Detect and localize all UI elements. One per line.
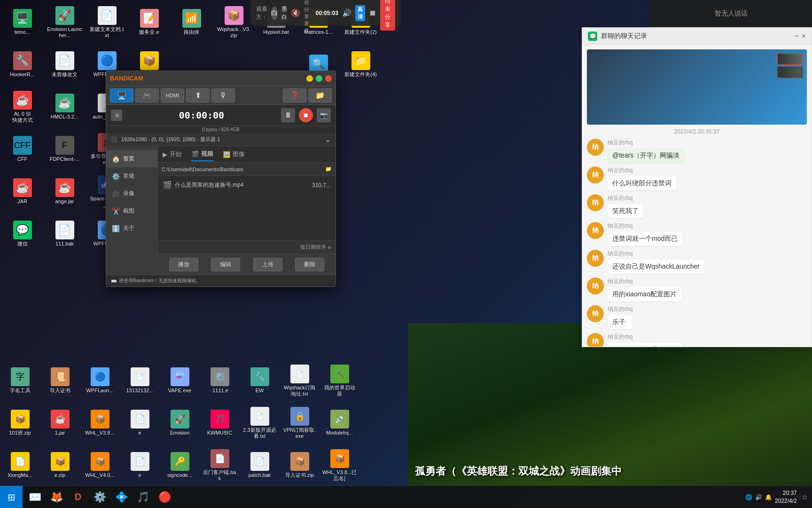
di-envision[interactable]: 🚀Envision [160, 403, 200, 443]
sort-icon: ≡ [328, 245, 331, 250]
di-patch-bak[interactable]: 📄patch.bak [240, 445, 280, 485]
desktop-icon-111-bak[interactable]: 📄 111.bak [45, 214, 85, 254]
taskbar-notification-icon[interactable]: 🔔 [765, 494, 772, 500]
chat-msg-content-8: 纳豆的rbq 你还能盒子内置小号机 [608, 333, 683, 347]
di-whl-v38[interactable]: 📦WHL_V3.8... [80, 403, 120, 443]
chat-avatar-2: 纳 [587, 167, 604, 183]
di-whl-v40[interactable]: 📦WHL_V4.0... [80, 445, 120, 485]
bandicam-file-item[interactable]: 🎬 什么是黑客的急速换号.mp4 310.7... [158, 178, 336, 192]
bandicam-sidebar-general[interactable]: ⚙️ 常规 [106, 167, 157, 185]
bandicam-tab-video[interactable]: 🎬 视频 [191, 147, 213, 161]
taskbar-network-icon[interactable]: 💠 [111, 487, 132, 508]
bandicam-sidebar-screenshot[interactable]: ✂️ 截图 [106, 202, 157, 220]
di-whl-v38-2[interactable]: 📦WHL_V3.8...已忘名] [320, 445, 359, 485]
di-minecraft-launcher[interactable]: ⛏️我的世界启动器 [320, 361, 359, 401]
bandicam-screenshot-btn[interactable]: 📷 [317, 108, 331, 122]
desktop-icon-fdpclient[interactable]: F FDPClient-... [45, 129, 85, 169]
desktop-icon-router[interactable]: 📶 路由侠 [172, 2, 211, 42]
di-101-zip[interactable]: 📦101班.zip [0, 403, 40, 443]
chat-minimize-btn[interactable]: − [794, 32, 798, 40]
desktop-icon-hmcl3[interactable]: ☕ HMCL-3.2... [45, 87, 85, 127]
bandicam-actions: 播放 编辑 上传 删除 [158, 254, 336, 275]
bandicam-toolbar-webcam-btn[interactable]: ⬆ [186, 88, 210, 103]
desktop-icon-cut-file[interactable]: 📄 未剪修改文 [45, 45, 85, 85]
stop-share-icon-btn[interactable]: ⏹ [369, 9, 376, 17]
di-1jar[interactable]: ☕1.jar [40, 403, 80, 443]
taskbar-firefox-icon[interactable]: 🦊 [46, 487, 67, 508]
share-volume-btn[interactable]: 🔊 [342, 8, 351, 17]
desktop-icon-envision-launcher[interactable]: 🚀 Envision Launcher... [45, 2, 85, 42]
desktop-icon-jar2[interactable]: ☕ ange.jar [45, 172, 85, 212]
di-backdoor-client[interactable]: 📄后门客户端.bak [200, 445, 240, 485]
desktop-icon-hmcl[interactable]: ☕ AL 0 SI快捷方式 [2, 87, 42, 127]
stop-share-button[interactable]: 结束分享 [380, 0, 395, 31]
bandicam-info-expand[interactable]: ⌄ [325, 135, 331, 144]
desktop-icon-new-folder4[interactable]: 📁 新建文件夹(4) [341, 45, 381, 85]
desktop-icon-new-txt[interactable]: 📄 新建文本文档.txt [87, 2, 127, 42]
mini-box-2 [777, 66, 803, 78]
di-signcode[interactable]: 🔑signcode... [160, 445, 200, 485]
bandicam-folder-btn[interactable]: 📁 [308, 88, 332, 103]
taskbar-mail-icon[interactable]: ✉️ [24, 487, 45, 508]
di-e2[interactable]: 📄e [120, 445, 160, 485]
di-e[interactable]: 📄e [120, 403, 160, 443]
chat-content[interactable]: 2022/4/2 20:35:37 纳 纳豆的rbq @tears（开字）网骗淡… [582, 45, 812, 347]
di-e-zip[interactable]: 📦e.zip [40, 445, 80, 485]
di-1111e[interactable]: ⚙️·1111.e [200, 361, 240, 401]
chat-username-3: 纳豆的rbq [608, 194, 643, 202]
di-ew[interactable]: 🔧EW [240, 361, 280, 401]
bandicam-main: ▶ 开始 🎬 视频 🖼️ 图像 C:\Users\dell\Documents\… [158, 146, 336, 275]
bandicam-path-folder-btn[interactable]: 📁 [325, 166, 332, 172]
desktop-icon-jar[interactable]: ☕ JAR [2, 172, 42, 212]
bandicam-upload-btn[interactable]: 上传 [253, 258, 282, 271]
taskbar-music-icon[interactable]: 🎵 [133, 487, 153, 508]
desktop-icon-hooker[interactable]: 🔧 HookerR... [2, 45, 42, 85]
desktop-icon-service[interactable]: 📝 服务业.e [129, 2, 169, 42]
bandicam-stop-btn[interactable]: ⏹ [299, 108, 313, 122]
bandicam-sidebar-home[interactable]: 🏠 首页 [106, 150, 157, 167]
taskbar-d-icon[interactable]: D [68, 487, 88, 508]
bandicam-maximize-btn[interactable]: □ [316, 75, 322, 82]
di-vape[interactable]: ⚗️VAPE.exe [160, 361, 200, 401]
di-vpn-subscribe[interactable]: 🔒VPN订阅获取.exe [280, 403, 320, 443]
di-import-cert-zip[interactable]: 📦导入证书.zip [280, 445, 320, 485]
bandicam-help-btn[interactable]: ❓ [283, 88, 306, 103]
desktop-icon-wqshack-zip[interactable]: 📦 Wqshack...V3.zip [214, 2, 254, 42]
di-kwmusic[interactable]: 🎵KWMUSIC [200, 403, 240, 443]
taskbar-date-display: 2022/4/2 [775, 497, 797, 505]
taskbar-record-icon[interactable]: 🔴 [154, 487, 175, 508]
di-module-inject[interactable]: 💉ModuleInj... [320, 403, 359, 443]
desktop-icon-wechat[interactable]: 💬 微信 [2, 214, 42, 254]
taskbar-start-button[interactable]: ⊞ [0, 486, 23, 508]
di-wpflaun3[interactable]: 🔵WPFLaun... [80, 361, 120, 401]
bandicam-path: C:\Users\dell\Documents\Bandicam 📁 [158, 163, 336, 176]
taskbar-settings-icon[interactable]: ⚙️ [89, 487, 110, 508]
di-13132132[interactable]: 📄13132132... [120, 361, 160, 401]
di-23-notice[interactable]: 📄2.3新版开源必看.txt [240, 403, 280, 443]
chat-message-8: 纳 纳豆的rbq 你还能盒子内置小号机 [587, 333, 807, 347]
bandicam-sidebar-video[interactable]: 🎥 录像 [106, 185, 157, 202]
bandicam-tab-image[interactable]: 🖼️ 图像 [223, 148, 245, 161]
chat-close-btn[interactable]: × [802, 32, 806, 40]
bandicam-pause-btn[interactable]: ⏸ [281, 108, 295, 122]
di-xm[interactable]: 📄XiongMa... [0, 445, 40, 485]
bandicam-toolbar-game-btn[interactable]: 🎮 [135, 88, 159, 103]
bandicam-file-list[interactable]: 🎬 什么是黑客的急速换号.mp4 310.7... [158, 176, 336, 240]
desktop-icon-cff[interactable]: CFF CFF [2, 129, 42, 169]
bandicam-edit-btn[interactable]: 编辑 [211, 258, 240, 271]
taskbar-show-desktop[interactable]: □ [800, 494, 806, 500]
di-wqshack-subscribe[interactable]: 📄Wqshack订阅地址.txt [280, 361, 320, 401]
bandicam-tab-start[interactable]: ▶ 开始 [163, 148, 182, 161]
bandicam-close-btn[interactable]: × [325, 75, 332, 82]
bandicam-sidebar-about[interactable]: ℹ️ 关于 [106, 220, 157, 237]
bandicam-play-btn[interactable]: 播放 [169, 258, 198, 271]
bandicam-delete-btn[interactable]: 删除 [295, 258, 324, 271]
bandicam-toolbar-screen-btn[interactable]: 🖥️ [110, 88, 133, 103]
bandicam-toolbar-mic-btn[interactable]: 🎙 [211, 88, 235, 103]
bandicam-minimize-btn[interactable]: − [306, 75, 313, 82]
bandicam-toolbar-hdmi-btn[interactable]: HDMI [161, 88, 184, 103]
desktop-icon-temo[interactable]: 🖥️ temo... [2, 2, 42, 42]
di-import-cert[interactable]: 📜导入证书 [40, 361, 80, 401]
share-audio-btn[interactable]: 🔇 [291, 8, 300, 17]
di-font-tool[interactable]: 字字名工具 [0, 361, 40, 401]
